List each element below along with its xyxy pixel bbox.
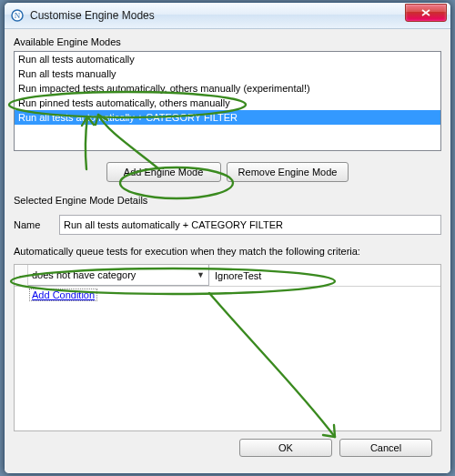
condition-operator-value: does not have category [32,269,136,280]
add-engine-mode-button[interactable]: Add Engine Mode [106,162,221,182]
mode-button-row: Add Engine Mode Remove Engine Mode [14,162,441,182]
list-item[interactable]: Run pinned tests automatically, others m… [15,96,440,110]
available-modes-label: Available Engine Modes [14,36,441,47]
cancel-button[interactable]: Cancel [339,439,432,457]
dialog-footer: OK Cancel [14,431,441,466]
name-field-row: Name Run all tests automatically + CATEG… [14,215,441,235]
add-condition-link[interactable]: Add Condition [29,289,97,301]
list-item[interactable]: Run all tests manually [15,66,440,81]
criteria-label: Automatically queue tests for execution … [14,246,441,257]
list-item-selected[interactable]: Run all tests automatically + CATEGORY F… [15,110,440,125]
remove-engine-mode-button[interactable]: Remove Engine Mode [227,162,349,182]
name-input[interactable]: Run all tests automatically + CATEGORY F… [59,215,441,235]
name-label: Name [14,219,50,230]
condition-row: - does not have category ▼ IgnoreTest [15,265,440,287]
available-modes-list[interactable]: Run all tests automatically Run all test… [14,51,441,151]
details-section-label: Selected Engine Mode Details [14,195,441,206]
dialog-window: N Customise Engine Modes Available Engin… [4,2,451,474]
window-title: Customise Engine Modes [30,9,405,22]
list-item[interactable]: Run impacted tests automatically, others… [15,81,440,96]
remove-condition-button[interactable]: - [15,265,28,286]
app-icon: N [10,8,25,23]
close-button[interactable] [405,4,447,22]
dialog-body: Available Engine Modes Run all tests aut… [5,29,450,473]
title-bar: N Customise Engine Modes [5,3,450,29]
list-item[interactable]: Run all tests automatically [15,52,440,66]
chevron-down-icon: ▼ [197,270,205,279]
condition-operator-select[interactable]: does not have category ▼ [28,265,209,286]
ok-button[interactable]: OK [239,439,332,457]
criteria-box: - does not have category ▼ IgnoreTest Ad… [14,264,441,431]
condition-value-input[interactable]: IgnoreTest [209,265,440,286]
svg-text:N: N [15,11,21,20]
